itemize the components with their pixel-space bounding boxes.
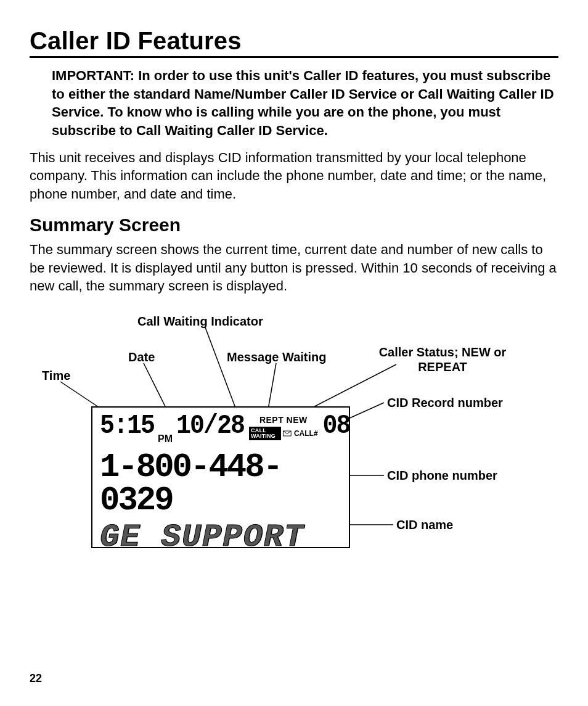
lcd-callnum-label: CALL# xyxy=(294,429,318,438)
lcd-top-row: 5:15 PM 10/28 REPT NEW CALL WAITING CALL… xyxy=(100,414,341,448)
section-subtitle: Summary Screen xyxy=(30,215,558,236)
lcd-name-row: GE SUPPORT xyxy=(100,523,341,552)
page-title: Caller ID Features xyxy=(30,27,558,58)
callout-cid-name: CID name xyxy=(396,517,453,532)
callout-message-waiting: Message Waiting xyxy=(227,350,327,364)
lcd-diagram: Call Waiting Indicator Date Time Message… xyxy=(30,314,558,585)
manual-page: Caller ID Features IMPORTANT: In order t… xyxy=(0,0,588,706)
lcd-date: 10/28 xyxy=(176,413,244,440)
summary-paragraph: The summary screen shows the current tim… xyxy=(30,240,558,295)
lcd-caller-name: GE SUPPORT xyxy=(100,519,304,556)
page-number: 22 xyxy=(30,672,42,685)
lcd-screen: 5:15 PM 10/28 REPT NEW CALL WAITING CALL… xyxy=(91,406,350,548)
call-waiting-badge: CALL WAITING xyxy=(249,427,281,440)
lcd-time: 5:15 xyxy=(100,413,154,440)
lcd-status-rept: REPT xyxy=(259,415,284,425)
lcd-phone-row: 1-800-448-0329 xyxy=(100,451,341,517)
lcd-status-column: REPT NEW CALL WAITING CALL# xyxy=(249,415,318,440)
lcd-record-number: 08 xyxy=(323,413,350,440)
important-notice: IMPORTANT: In order to use this unit's C… xyxy=(52,67,558,140)
callout-cid-record-number: CID Record number xyxy=(387,395,503,410)
callout-date: Date xyxy=(128,350,155,364)
lcd-status-new: NEW xyxy=(287,415,308,425)
intro-paragraph: This unit receives and displays CID info… xyxy=(30,149,558,203)
lcd-ampm: PM xyxy=(158,433,173,445)
envelope-icon xyxy=(283,429,292,438)
callout-time: Time xyxy=(42,368,70,383)
callout-cid-phone-number: CID phone number xyxy=(387,468,497,483)
callout-call-waiting-indicator: Call Waiting Indicator xyxy=(137,314,263,329)
lcd-phone-number: 1-800-448-0329 xyxy=(100,448,281,519)
callout-caller-status: Caller Status; NEW or REPEAT xyxy=(375,345,510,374)
